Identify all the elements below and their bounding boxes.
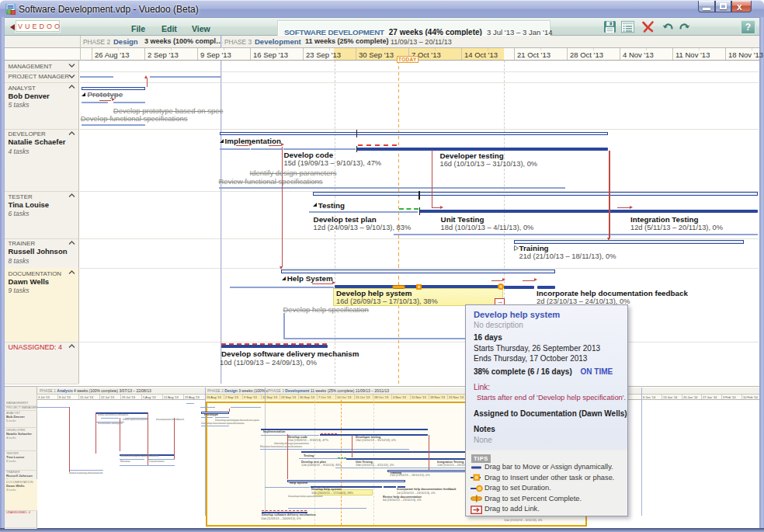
summary-bar[interactable] <box>220 132 609 136</box>
overview-week-tick <box>57 395 58 399</box>
overview-task-label: Develop help specification <box>288 495 323 498</box>
overview-week-tick <box>99 395 100 399</box>
overview-week-tick <box>317 395 318 399</box>
percent-handle[interactable] <box>392 285 405 289</box>
overview-week-label: 23 Sep '13 <box>281 395 296 399</box>
task-bar[interactable] <box>504 286 533 289</box>
delete-icon[interactable] <box>641 20 655 33</box>
overview-bar <box>261 429 428 431</box>
chevron-down-icon[interactable] <box>68 74 75 78</box>
menu-file[interactable]: File <box>131 24 145 33</box>
sidebar-section[interactable]: DEVELOPERNatalie Schaefer4 tasks <box>5 129 78 192</box>
chevron-up-icon[interactable] <box>68 131 75 136</box>
today-line <box>398 61 400 384</box>
sidebar-section[interactable]: UNASSIGNED: 4 <box>5 342 78 384</box>
chevron-up-icon[interactable] <box>68 344 75 349</box>
overview-role: TRAINER <box>6 470 20 474</box>
summary-bar[interactable] <box>313 192 759 196</box>
week-label: 30 Sep '13 <box>359 50 394 59</box>
maximize-button[interactable] <box>715 1 731 12</box>
menu-view[interactable]: View <box>192 24 210 33</box>
overview-taskcount: 9 tasks <box>6 488 16 492</box>
task-bar-completed[interactable] <box>219 187 565 189</box>
task-bar-completed[interactable] <box>113 102 145 103</box>
link-arrow <box>491 280 503 281</box>
overview-taskcount: 6 tasks <box>6 459 16 463</box>
task-bar-completed[interactable] <box>80 76 113 78</box>
sidebar-section[interactable]: MANAGEMENT <box>5 61 78 71</box>
task-bar-completed[interactable] <box>251 148 283 150</box>
chevron-up-icon[interactable] <box>68 270 75 275</box>
collapse-triangle-icon[interactable] <box>514 245 519 251</box>
link-arrow <box>617 207 629 208</box>
minimize-button[interactable] <box>698 1 715 12</box>
sidebar-section[interactable]: ANALYSTBob Denver5 tasks <box>5 82 78 129</box>
duration-handle[interactable] <box>498 283 504 290</box>
summary-bar[interactable] <box>281 269 555 273</box>
phase-name[interactable]: Development <box>255 37 301 46</box>
phase-name[interactable]: Design <box>113 37 138 46</box>
overview-date-row: 3 Jul '138 Jul '1315 Jul '1322 Jul '1329… <box>37 395 759 400</box>
task-bar[interactable] <box>221 345 328 348</box>
overview-role: DEVELOPER <box>6 428 25 432</box>
overview-week-label: 11 Nov '13 <box>412 395 426 399</box>
link-line-vertical <box>283 313 285 339</box>
redo-icon[interactable] <box>678 20 691 33</box>
task-bar-completed[interactable] <box>283 148 356 150</box>
overview-week-tick <box>335 395 336 399</box>
chevron-up-icon[interactable] <box>68 193 75 198</box>
task-bar-completed[interactable] <box>283 338 465 339</box>
week-tick <box>514 48 515 60</box>
task-bar-completed[interactable] <box>220 148 250 150</box>
chevron-down-icon[interactable] <box>68 63 75 68</box>
chevron-up-icon[interactable] <box>68 241 75 245</box>
task-bar-completed[interactable] <box>394 234 758 235</box>
overview-role: MANAGEMENT <box>6 401 29 405</box>
sidebar-section[interactable]: DOCUMENTATIONDawn Wells9 tasks <box>5 268 78 342</box>
close-button[interactable]: x <box>731 1 752 12</box>
title-bar: Software Development.vdp - Vuedoo (Beta)… <box>0 0 764 17</box>
expand-triangle-icon[interactable] <box>282 276 286 280</box>
sidebar-section-role: DEVELOPER <box>9 130 46 137</box>
task-bar-completed[interactable] <box>150 76 221 78</box>
today-label: TODAY <box>398 57 417 62</box>
section-divider-line <box>80 268 759 269</box>
task-bar-completed[interactable] <box>230 287 334 288</box>
task-bar[interactable] <box>356 148 609 151</box>
sidebar-section[interactable]: TRAINERRussell Johnson8 tasks <box>5 238 78 268</box>
save-icon[interactable] <box>603 20 616 33</box>
task-bar-completed[interactable] <box>82 124 145 126</box>
help-button[interactable]: ? <box>741 20 755 34</box>
sidebar-section-member: Natalie Schaefer <box>9 137 66 146</box>
menu-edit[interactable]: Edit <box>161 24 177 33</box>
expand-triangle-icon[interactable] <box>82 92 85 96</box>
task-bar-completed[interactable] <box>82 102 108 103</box>
sidebar-section-member: Bob Denver <box>9 92 50 100</box>
overview-bar <box>231 407 261 408</box>
expand-triangle-icon[interactable] <box>313 203 317 207</box>
overview-week-label: 7 Oct '13 <box>318 395 331 399</box>
sidebar-section-taskcount: 8 tasks <box>9 257 30 265</box>
task-bar[interactable] <box>419 210 759 213</box>
overview-task-label: Implementation <box>263 430 285 433</box>
summary-bar[interactable] <box>514 240 745 244</box>
overview-week-label: 5 Aug '13 <box>143 395 156 399</box>
list-icon[interactable] <box>621 20 634 33</box>
duration-icon <box>471 485 483 492</box>
week-tick <box>672 48 673 60</box>
sidebar-section[interactable]: PROJECT MANAGER <box>5 71 78 83</box>
vuedoo-logo[interactable]: VUEDOO <box>16 20 60 32</box>
back-arrow-icon[interactable] <box>10 24 15 30</box>
insert-handle[interactable] <box>416 284 422 290</box>
task-bar-completed[interactable] <box>309 211 418 213</box>
window-frame-bottom <box>0 528 764 532</box>
today-marker: TODAY <box>397 56 418 63</box>
sidebar-section[interactable]: TESTERTina Louise6 tasks <box>5 191 78 238</box>
undo-icon[interactable] <box>662 20 675 33</box>
week-label: 4 Nov '13 <box>623 50 654 59</box>
expand-triangle-icon[interactable] <box>220 139 224 143</box>
sidebar-section-role: DOCUMENTATION <box>9 270 62 277</box>
chevron-up-icon[interactable] <box>68 85 75 89</box>
overview-link <box>429 435 429 469</box>
task-bar[interactable] <box>537 286 556 289</box>
